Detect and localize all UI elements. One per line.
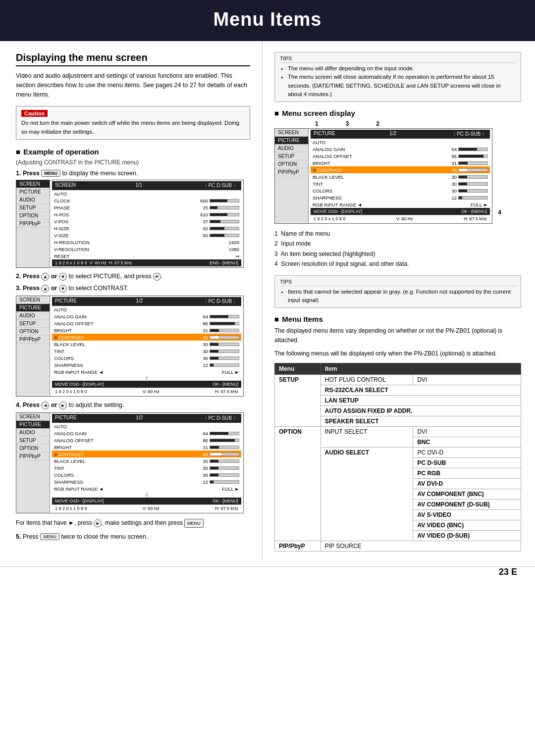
osd1-bar-hpos bbox=[210, 213, 239, 216]
tips2-list: Items that cannot be selected appear in … bbox=[288, 288, 516, 305]
page-number: 23 E bbox=[499, 567, 517, 577]
osd2-menu-pip: PIP/PbyP bbox=[16, 336, 50, 344]
numbered-labels: 1 3 2 bbox=[315, 120, 521, 127]
step2-press: Press bbox=[23, 273, 42, 280]
osd-right-audio: AUDIO bbox=[275, 145, 308, 152]
osd-right-pip: PIP/PbyP bbox=[275, 168, 308, 176]
displaying-menu-title: Displaying the menu screen bbox=[16, 52, 250, 66]
osd1-row-vsize: V-SIZE 50 bbox=[52, 232, 241, 239]
tips1-label: TIPS bbox=[280, 55, 516, 63]
osd2-row-colors: COLORS 30 bbox=[52, 354, 241, 361]
osd3-menu-setup: SETUP bbox=[16, 437, 50, 445]
table-cell-bnc: BNC bbox=[413, 437, 521, 447]
step4-text: 4. Press ◄ or ► to adjust the setting. bbox=[16, 402, 250, 409]
osd1-menu-option: OPTION bbox=[16, 212, 50, 220]
legend-item-1: 1 Name of the menu bbox=[274, 229, 521, 239]
osd1-header: SCREEN 1/1 〈 PC D-SUB 〉 bbox=[52, 181, 241, 190]
caution-label: Caution bbox=[21, 110, 48, 117]
page-footer: 23 E bbox=[0, 566, 535, 586]
menu-table: Menu Item SETUP HOT PLUG CONTROL DVI RS-… bbox=[274, 363, 521, 552]
osd1-header-left: SCREEN bbox=[55, 182, 76, 189]
table-cell-av-comp-bnc: AV COMPONENT (BNC) bbox=[413, 489, 521, 499]
osd-right-footer: MOVE OSD···[DISPLAY] OK···[MENU] bbox=[311, 208, 490, 215]
osd1-row-vpos: V-POS 37 bbox=[52, 218, 241, 225]
osd2-bar-black bbox=[210, 343, 239, 346]
osd1-row-clock: CLOCK 600 bbox=[52, 197, 241, 204]
step5-press: Press bbox=[23, 533, 40, 540]
label-1: 1 bbox=[315, 120, 319, 127]
step4-press: Press bbox=[23, 402, 42, 409]
osd2-bar-aoffset bbox=[210, 322, 239, 325]
table-cell-setup: SETUP bbox=[275, 374, 321, 426]
legend-item-4: 4 Screen resolution of input signal, and… bbox=[274, 259, 521, 269]
table-row: PIP/PbyP PIP SOURCE bbox=[275, 541, 521, 551]
osd2-row-bright: BRIGHT 31 bbox=[52, 327, 241, 334]
osd2-row-sharp: SHARPNESS 12 bbox=[52, 361, 241, 368]
tips-box-1: TIPS The menu will differ depending on t… bbox=[274, 52, 521, 102]
menu-items-heading: Menu Items bbox=[274, 315, 521, 323]
tips1-item-1: The menu will differ depending on the in… bbox=[288, 64, 516, 73]
osd2-row-again: ANALOG GAIN 64 bbox=[52, 313, 241, 320]
osd1-menu-audio: AUDIO bbox=[16, 196, 50, 204]
step2-up-btn: ▲ bbox=[41, 273, 49, 281]
osd3-row-tint: TINT 30 bbox=[52, 464, 241, 471]
menu-items-desc1: The displayed menu items vary depending … bbox=[274, 326, 521, 345]
page-header: Menu Items bbox=[0, 0, 535, 41]
for-items-btn: ► bbox=[94, 519, 102, 527]
osd2-row-tint: TINT 30 bbox=[52, 348, 241, 354]
table-cell-av-comp-dsub: AV COMPONENT (D-SUB) bbox=[413, 499, 521, 509]
osd3-row-auto: AUTO bbox=[52, 423, 241, 430]
step5-text: 5. Press MENU twice to close the menu sc… bbox=[16, 533, 250, 541]
step1-menu-btn: MENU bbox=[41, 170, 60, 177]
osd3-row-contrast: ► CONTRAST 40 bbox=[52, 451, 241, 457]
menu-screen-heading: Menu screen display bbox=[274, 109, 521, 117]
osd2-menu-setup: SETUP bbox=[16, 320, 50, 328]
osd3-row-again: ANALOG GAIN 64 bbox=[52, 430, 241, 437]
table-header-item: Item bbox=[321, 363, 521, 374]
osd2-header: PICTURE 1/2 〈 PC D-SUB 〉 bbox=[52, 297, 241, 306]
osd1-menu-setup: SETUP bbox=[16, 204, 50, 212]
menu-items-desc2: The following menus will be displayed on… bbox=[274, 349, 521, 358]
table-cell-hotplug: HOT PLUG CONTROL bbox=[321, 374, 413, 385]
osd2-subfooter: 1 9 2 0 x 1 0 8 0 V: 60 Hz H: 67.5 kHz bbox=[52, 388, 241, 395]
osd1-row-reset: RESET ⇒ bbox=[52, 252, 241, 259]
tips2-item-1: Items that cannot be selected appear in … bbox=[288, 288, 516, 305]
table-cell-rs232: RS-232C/LAN SELECT bbox=[321, 385, 521, 395]
osd3-row-aoffset: ANALOG OFFSET 86 bbox=[52, 437, 241, 444]
osd-right-menu-col: SCREEN PICTURE AUDIO SETUP OPTION PIP/Pb… bbox=[275, 129, 309, 223]
osd2-bar-again bbox=[210, 315, 239, 318]
table-cell-input-select: INPUT SELECT bbox=[321, 426, 413, 447]
osd1-content: SCREEN 1/1 〈 PC D-SUB 〉 AUTO CLOCK 600 P… bbox=[50, 180, 243, 267]
osd2-content: PICTURE 1/2 〈 PC D-SUB 〉 AUTO ANALOG GAI… bbox=[50, 296, 243, 396]
table-cell-av-dvid: AV DVI-D bbox=[413, 478, 521, 489]
osd3-row-bright: BRIGHT 31 bbox=[52, 444, 241, 451]
right-column: TIPS The menu will differ depending on t… bbox=[263, 41, 535, 561]
table-cell-dvi2: DVI bbox=[413, 426, 521, 437]
step2-text: 2. Press ▲ or ▼ to select PICTURE, and p… bbox=[16, 273, 250, 281]
osd1-row-phase: PHASE 25 bbox=[52, 204, 241, 211]
step3-text: 3. Press ▲ or ▼ to select CONTRAST. bbox=[16, 285, 250, 293]
table-row: OPTION INPUT SELECT DVI bbox=[275, 426, 521, 437]
main-content: Displaying the menu screen Video and aud… bbox=[0, 41, 535, 561]
step3-down-btn: ▼ bbox=[59, 285, 67, 293]
osd2-row-rgb: RGB INPUT RANGE ◄ FULL ► bbox=[52, 368, 241, 375]
tips1-list: The menu will differ depending on the in… bbox=[288, 64, 516, 99]
table-header-menu: Menu bbox=[275, 363, 321, 374]
osd2-bar-tint bbox=[210, 350, 239, 353]
table-row: SETUP HOT PLUG CONTROL DVI bbox=[275, 374, 521, 385]
step2-ok-btn: ↵ bbox=[153, 273, 161, 281]
table-cell-pip: PIP/PbyP bbox=[275, 541, 321, 551]
osd2-bar-colors bbox=[210, 356, 239, 360]
callout-4: 4 bbox=[498, 209, 501, 216]
page-title: Menu Items bbox=[0, 9, 535, 30]
osd2-bar-sharp bbox=[210, 363, 239, 367]
step1-press: Press bbox=[23, 170, 40, 177]
osd1-menu-col: SCREEN PICTURE AUDIO SETUP OPTION PIP/Pb… bbox=[16, 180, 50, 267]
table-cell-option: OPTION bbox=[275, 426, 321, 541]
osd1-menu-pip: PIP/PbyP bbox=[16, 220, 50, 228]
table-cell-pc-dvid: PC DVI-D bbox=[413, 447, 521, 457]
osd3-row-colors: COLORS 30 bbox=[52, 471, 241, 478]
label-3: 3 bbox=[346, 120, 349, 127]
osd-right-picture: PICTURE bbox=[275, 137, 308, 145]
osd1-row-hres: H-RESOLUTION 1920 bbox=[52, 239, 241, 246]
